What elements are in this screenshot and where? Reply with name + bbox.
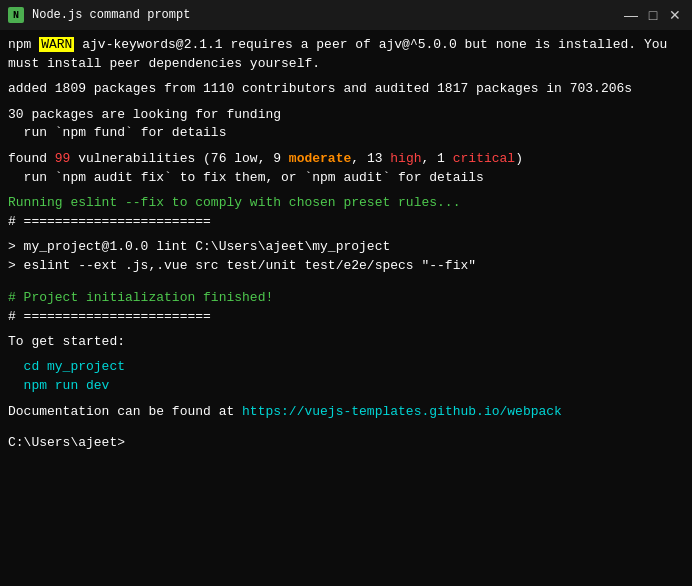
window-controls: — □ ✕ xyxy=(622,6,684,24)
app-icon: N xyxy=(8,7,24,23)
terminal-line: C:\Users\ajeet> xyxy=(8,434,684,453)
minimize-button[interactable]: — xyxy=(622,6,640,24)
terminal-line: Running eslint --fix to comply with chos… xyxy=(8,194,684,213)
terminal-line: > eslint --ext .js,.vue src test/unit te… xyxy=(8,257,684,276)
maximize-button[interactable]: □ xyxy=(644,6,662,24)
terminal-line: # ======================== xyxy=(8,213,684,232)
title-bar: N Node.js command prompt — □ ✕ xyxy=(0,0,692,30)
terminal-line: npm WARN ajv-keywords@2.1.1 requires a p… xyxy=(8,36,684,55)
terminal-line: > my_project@1.0.0 lint C:\Users\ajeet\m… xyxy=(8,238,684,257)
main-window: N Node.js command prompt — □ ✕ npm WARN … xyxy=(0,0,692,586)
terminal-line: # ======================== xyxy=(8,308,684,327)
terminal-line: added 1809 packages from 1110 contributo… xyxy=(8,80,684,99)
terminal-line: run `npm audit fix` to fix them, or `npm… xyxy=(8,169,684,188)
terminal-line: cd my_project xyxy=(8,358,684,377)
terminal-line: # Project initialization finished! xyxy=(8,289,684,308)
terminal-line: 30 packages are looking for funding xyxy=(8,106,684,125)
close-button[interactable]: ✕ xyxy=(666,6,684,24)
terminal-line: To get started: xyxy=(8,333,684,352)
terminal-line: must install peer dependencies yourself. xyxy=(8,55,684,74)
terminal-output: npm WARN ajv-keywords@2.1.1 requires a p… xyxy=(0,30,692,586)
terminal-line: Documentation can be found at https://vu… xyxy=(8,403,684,422)
window-title: Node.js command prompt xyxy=(32,8,614,22)
terminal-line: npm run dev xyxy=(8,377,684,396)
terminal-line: run `npm fund` for details xyxy=(8,124,684,143)
terminal-line: found 99 vulnerabilities (76 low, 9 mode… xyxy=(8,150,684,169)
